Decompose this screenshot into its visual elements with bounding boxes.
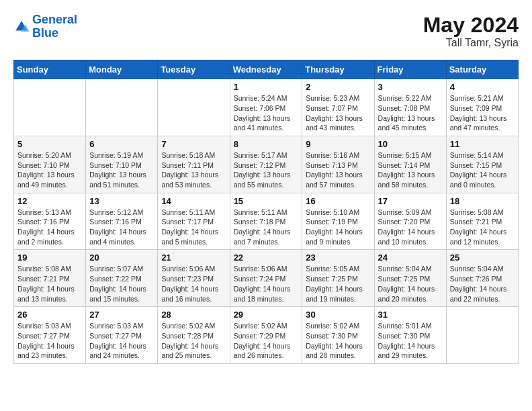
calendar-cell bbox=[14, 79, 86, 136]
day-number: 25 bbox=[450, 253, 515, 263]
weekday-header-tuesday: Tuesday bbox=[158, 60, 230, 79]
day-info: Sunrise: 5:02 AMSunset: 7:29 PMDaylight:… bbox=[234, 321, 299, 361]
calendar-cell: 18Sunrise: 5:08 AMSunset: 7:21 PMDayligh… bbox=[446, 193, 518, 250]
weekday-header-saturday: Saturday bbox=[446, 60, 518, 79]
calendar-week-5: 26Sunrise: 5:03 AMSunset: 7:27 PMDayligh… bbox=[14, 307, 519, 364]
day-number: 8 bbox=[234, 139, 299, 149]
calendar-week-4: 19Sunrise: 5:08 AMSunset: 7:21 PMDayligh… bbox=[14, 250, 519, 307]
day-info: Sunrise: 5:06 AMSunset: 7:23 PMDaylight:… bbox=[161, 264, 226, 304]
calendar-cell: 14Sunrise: 5:11 AMSunset: 7:17 PMDayligh… bbox=[158, 193, 230, 250]
day-number: 9 bbox=[306, 139, 370, 149]
day-number: 16 bbox=[306, 196, 370, 206]
day-number: 15 bbox=[234, 196, 299, 206]
day-number: 29 bbox=[234, 310, 299, 320]
day-number: 19 bbox=[17, 253, 82, 263]
weekday-header-sunday: Sunday bbox=[14, 60, 86, 79]
month-title: May 2024 bbox=[423, 13, 519, 37]
day-number: 3 bbox=[378, 82, 443, 92]
day-info: Sunrise: 5:04 AMSunset: 7:25 PMDaylight:… bbox=[378, 264, 443, 304]
day-info: Sunrise: 5:03 AMSunset: 7:27 PMDaylight:… bbox=[17, 321, 82, 361]
calendar-cell: 3Sunrise: 5:22 AMSunset: 7:08 PMDaylight… bbox=[374, 79, 446, 136]
day-number: 1 bbox=[234, 82, 299, 92]
logo: General Blue bbox=[13, 13, 77, 40]
day-number: 11 bbox=[450, 139, 515, 149]
calendar-cell: 28Sunrise: 5:02 AMSunset: 7:28 PMDayligh… bbox=[158, 307, 230, 364]
day-number: 28 bbox=[161, 310, 226, 320]
calendar-cell: 7Sunrise: 5:18 AMSunset: 7:11 PMDaylight… bbox=[158, 136, 230, 193]
day-info: Sunrise: 5:22 AMSunset: 7:08 PMDaylight:… bbox=[378, 93, 443, 133]
day-info: Sunrise: 5:03 AMSunset: 7:27 PMDaylight:… bbox=[89, 321, 154, 361]
day-number: 31 bbox=[378, 310, 443, 320]
calendar-week-1: 1Sunrise: 5:24 AMSunset: 7:06 PMDaylight… bbox=[14, 79, 519, 136]
weekday-header-friday: Friday bbox=[374, 60, 446, 79]
day-info: Sunrise: 5:11 AMSunset: 7:18 PMDaylight:… bbox=[234, 208, 299, 247]
day-number: 18 bbox=[450, 196, 515, 206]
day-info: Sunrise: 5:04 AMSunset: 7:26 PMDaylight:… bbox=[450, 264, 515, 304]
calendar-cell: 15Sunrise: 5:11 AMSunset: 7:18 PMDayligh… bbox=[230, 193, 302, 250]
day-info: Sunrise: 5:11 AMSunset: 7:17 PMDaylight:… bbox=[161, 208, 226, 247]
day-number: 13 bbox=[89, 196, 154, 206]
day-number: 12 bbox=[17, 196, 82, 206]
day-info: Sunrise: 5:20 AMSunset: 7:10 PMDaylight:… bbox=[17, 150, 82, 190]
calendar-cell: 20Sunrise: 5:07 AMSunset: 7:22 PMDayligh… bbox=[86, 250, 158, 307]
calendar-cell: 4Sunrise: 5:21 AMSunset: 7:09 PMDaylight… bbox=[446, 79, 518, 136]
calendar-cell: 22Sunrise: 5:06 AMSunset: 7:24 PMDayligh… bbox=[230, 250, 302, 307]
weekday-header-monday: Monday bbox=[86, 60, 158, 79]
day-info: Sunrise: 5:21 AMSunset: 7:09 PMDaylight:… bbox=[450, 93, 515, 133]
calendar-cell: 5Sunrise: 5:20 AMSunset: 7:10 PMDaylight… bbox=[14, 136, 86, 193]
weekday-header-thursday: Thursday bbox=[302, 60, 374, 79]
day-number: 26 bbox=[17, 310, 82, 320]
calendar-week-3: 12Sunrise: 5:13 AMSunset: 7:16 PMDayligh… bbox=[14, 193, 519, 250]
day-info: Sunrise: 5:02 AMSunset: 7:28 PMDaylight:… bbox=[161, 321, 226, 361]
day-info: Sunrise: 5:23 AMSunset: 7:07 PMDaylight:… bbox=[306, 93, 370, 133]
calendar-cell: 27Sunrise: 5:03 AMSunset: 7:27 PMDayligh… bbox=[86, 307, 158, 364]
day-number: 14 bbox=[161, 196, 226, 206]
calendar-table: SundayMondayTuesdayWednesdayThursdayFrid… bbox=[13, 60, 519, 364]
day-number: 22 bbox=[234, 253, 299, 263]
day-info: Sunrise: 5:01 AMSunset: 7:30 PMDaylight:… bbox=[378, 321, 443, 361]
calendar-cell bbox=[158, 79, 230, 136]
day-info: Sunrise: 5:06 AMSunset: 7:24 PMDaylight:… bbox=[234, 264, 299, 304]
calendar-header-row: SundayMondayTuesdayWednesdayThursdayFrid… bbox=[14, 60, 519, 79]
day-number: 21 bbox=[161, 253, 226, 263]
day-info: Sunrise: 5:24 AMSunset: 7:06 PMDaylight:… bbox=[234, 93, 299, 133]
weekday-header-wednesday: Wednesday bbox=[230, 60, 302, 79]
day-number: 4 bbox=[450, 82, 515, 92]
calendar-cell: 16Sunrise: 5:10 AMSunset: 7:19 PMDayligh… bbox=[302, 193, 374, 250]
calendar-cell: 26Sunrise: 5:03 AMSunset: 7:27 PMDayligh… bbox=[14, 307, 86, 364]
page-header: General Blue May 2024 Tall Tamr, Syria bbox=[13, 13, 519, 49]
title-block: May 2024 Tall Tamr, Syria bbox=[423, 13, 519, 49]
day-info: Sunrise: 5:02 AMSunset: 7:30 PMDaylight:… bbox=[306, 321, 370, 361]
calendar-cell: 30Sunrise: 5:02 AMSunset: 7:30 PMDayligh… bbox=[302, 307, 374, 364]
day-info: Sunrise: 5:16 AMSunset: 7:13 PMDaylight:… bbox=[306, 150, 370, 190]
calendar-cell: 19Sunrise: 5:08 AMSunset: 7:21 PMDayligh… bbox=[14, 250, 86, 307]
day-info: Sunrise: 5:10 AMSunset: 7:19 PMDaylight:… bbox=[306, 208, 370, 247]
day-info: Sunrise: 5:09 AMSunset: 7:20 PMDaylight:… bbox=[378, 208, 443, 247]
day-info: Sunrise: 5:14 AMSunset: 7:15 PMDaylight:… bbox=[450, 150, 515, 190]
day-number: 2 bbox=[306, 82, 370, 92]
logo-text: General Blue bbox=[32, 13, 77, 40]
calendar-cell: 23Sunrise: 5:05 AMSunset: 7:25 PMDayligh… bbox=[302, 250, 374, 307]
day-info: Sunrise: 5:19 AMSunset: 7:10 PMDaylight:… bbox=[89, 150, 154, 190]
location-title: Tall Tamr, Syria bbox=[423, 37, 519, 49]
day-number: 6 bbox=[89, 139, 154, 149]
day-info: Sunrise: 5:18 AMSunset: 7:11 PMDaylight:… bbox=[161, 150, 226, 190]
calendar-cell: 29Sunrise: 5:02 AMSunset: 7:29 PMDayligh… bbox=[230, 307, 302, 364]
day-number: 10 bbox=[378, 139, 443, 149]
day-number: 20 bbox=[89, 253, 154, 263]
day-info: Sunrise: 5:05 AMSunset: 7:25 PMDaylight:… bbox=[306, 264, 370, 304]
calendar-cell: 17Sunrise: 5:09 AMSunset: 7:20 PMDayligh… bbox=[374, 193, 446, 250]
day-info: Sunrise: 5:15 AMSunset: 7:14 PMDaylight:… bbox=[378, 150, 443, 190]
calendar-cell: 31Sunrise: 5:01 AMSunset: 7:30 PMDayligh… bbox=[374, 307, 446, 364]
day-info: Sunrise: 5:17 AMSunset: 7:12 PMDaylight:… bbox=[234, 150, 299, 190]
day-info: Sunrise: 5:08 AMSunset: 7:21 PMDaylight:… bbox=[450, 208, 515, 247]
calendar-cell: 21Sunrise: 5:06 AMSunset: 7:23 PMDayligh… bbox=[158, 250, 230, 307]
calendar-cell: 25Sunrise: 5:04 AMSunset: 7:26 PMDayligh… bbox=[446, 250, 518, 307]
day-info: Sunrise: 5:08 AMSunset: 7:21 PMDaylight:… bbox=[17, 264, 82, 304]
day-number: 5 bbox=[17, 139, 82, 149]
calendar-cell: 10Sunrise: 5:15 AMSunset: 7:14 PMDayligh… bbox=[374, 136, 446, 193]
logo-icon bbox=[13, 19, 30, 35]
day-info: Sunrise: 5:13 AMSunset: 7:16 PMDaylight:… bbox=[17, 208, 82, 247]
calendar-cell: 9Sunrise: 5:16 AMSunset: 7:13 PMDaylight… bbox=[302, 136, 374, 193]
day-number: 27 bbox=[89, 310, 154, 320]
